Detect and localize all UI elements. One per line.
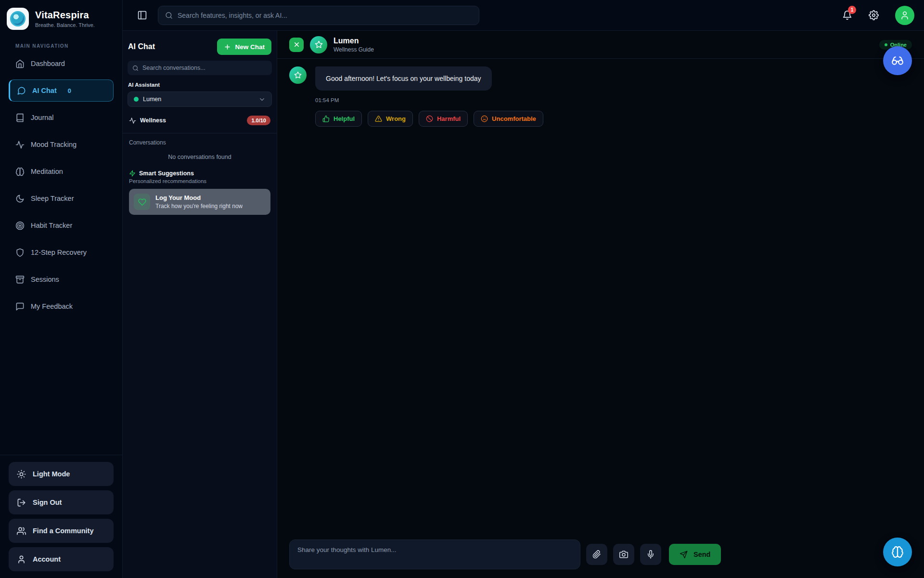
accessibility-widget-button[interactable] [883, 46, 912, 75]
sidebar-item-label: Mood Tracking [31, 141, 77, 148]
shield-icon [15, 248, 25, 257]
brain-icon [15, 167, 25, 176]
feedback-label: Uncomfortable [492, 115, 536, 122]
message-input[interactable] [289, 539, 580, 569]
find-community-button[interactable]: Find a Community [9, 519, 114, 543]
agent-avatar [310, 36, 327, 53]
account-button[interactable]: Account [9, 547, 114, 571]
assistant-status-dot [134, 97, 139, 102]
brand-name: VitaRespira [35, 10, 95, 21]
microphone-button[interactable] [640, 544, 661, 565]
send-label: Send [693, 551, 710, 558]
wellness-score-row: Wellness 1.0/10 [128, 115, 272, 133]
topbar: 1 [123, 0, 924, 31]
sidebar-item-journal[interactable]: Journal [9, 106, 114, 129]
smart-suggestions-title: Smart Suggestions [139, 170, 194, 177]
suggestion-card-subtitle: Track how you're feeling right now [155, 203, 243, 210]
feedback-uncomfortable-button[interactable]: Uncomfortable [474, 111, 543, 127]
wellness-assistant-float-button[interactable] [883, 538, 912, 566]
sun-icon [17, 470, 26, 479]
notifications-button[interactable]: 1 [842, 10, 852, 20]
feedback-label: Wrong [386, 115, 406, 122]
sidebar-item-label: Sleep Tracker [31, 195, 74, 202]
assistant-select[interactable]: Lumen [128, 92, 272, 107]
sign-out-label: Sign Out [33, 499, 62, 506]
message-bubble: Good afternoon! Let's focus on your well… [315, 66, 492, 91]
new-chat-button[interactable]: New Chat [217, 39, 271, 55]
sidebar-item-mood-tracking[interactable]: Mood Tracking [9, 133, 114, 156]
star-icon [315, 40, 323, 49]
send-button[interactable]: Send [669, 544, 721, 565]
nav-section-label: MAIN NAVIGATION [0, 37, 122, 53]
sidebar-item-label: Journal [31, 114, 54, 121]
account-label: Account [33, 555, 61, 563]
heart-icon [134, 194, 150, 210]
brand: VitaRespira Breathe. Balance. Thrive. [0, 6, 122, 37]
brain-icon [891, 546, 904, 558]
search-icon [132, 65, 139, 71]
camera-icon [619, 550, 628, 559]
moon-icon [15, 194, 25, 203]
star-icon [294, 71, 302, 79]
camera-button[interactable] [613, 544, 634, 565]
smart-suggestions-subtitle: Personalized recommendations [128, 177, 272, 189]
thumbs-up-icon [322, 115, 330, 122]
activity-icon [15, 140, 25, 149]
sidebar-item-habit-tracker[interactable]: Habit Tracker [9, 214, 114, 236]
sidebar-item-meditation[interactable]: Meditation [9, 160, 114, 183]
sidebar-item-my-feedback[interactable]: My Feedback [9, 295, 114, 317]
settings-button[interactable] [869, 10, 879, 20]
agent-role: Wellness Guide [334, 46, 374, 53]
sidebar-item-sleep-tracker[interactable]: Sleep Tracker [9, 187, 114, 210]
new-chat-label: New Chat [235, 43, 265, 51]
alert-triangle-icon [375, 115, 382, 122]
agent-name: Lumen [334, 37, 374, 45]
feedback-helpful-button[interactable]: Helpful [315, 111, 362, 127]
feedback-wrong-button[interactable]: Wrong [368, 111, 413, 127]
ai-chat-count-badge: 0 [68, 87, 71, 94]
light-mode-button[interactable]: Light Mode [9, 462, 114, 486]
user-icon [900, 11, 910, 20]
sidebar-item-ai-chat[interactable]: AI Chat 0 [9, 79, 114, 102]
paperclip-icon [592, 550, 601, 559]
assistant-message: Good afternoon! Let's focus on your well… [289, 66, 912, 91]
user-avatar[interactable] [895, 6, 914, 25]
send-icon [680, 551, 688, 559]
main-navigation: Dashboard AI Chat 0 Journal Mood Trackin… [0, 53, 122, 322]
sidebar-item-sessions[interactable]: Sessions [9, 268, 114, 290]
chat-panel-title: AI Chat [128, 42, 155, 51]
zap-icon [129, 170, 136, 177]
sidebar-item-12-step-recovery[interactable]: 12-Step Recovery [9, 241, 114, 263]
search-icon [165, 12, 173, 19]
archive-icon [15, 275, 25, 284]
feedback-label: Helpful [334, 115, 355, 122]
mic-icon [646, 550, 655, 559]
close-chat-button[interactable] [289, 38, 304, 52]
online-dot [885, 43, 887, 46]
feedback-harmful-button[interactable]: Harmful [419, 111, 468, 127]
log-your-mood-card[interactable]: Log Your Mood Track how you're feeling r… [129, 189, 270, 215]
panel-toggle-button[interactable] [135, 8, 149, 22]
sidebar-item-label: Dashboard [31, 60, 65, 67]
sidebar-footer: Light Mode Sign Out Find a Community Acc… [0, 455, 122, 571]
sidebar-item-label: Sessions [31, 276, 59, 283]
feedback-buttons: Helpful Wrong Harmful Uncomfortable [315, 111, 912, 127]
conversation-search [128, 61, 272, 75]
ai-assistant-label: AI Assistant [128, 82, 271, 88]
close-icon [293, 41, 300, 48]
sign-out-button[interactable]: Sign Out [9, 490, 114, 514]
conversation-search-input[interactable] [142, 65, 267, 71]
sidebar-item-dashboard[interactable]: Dashboard [9, 53, 114, 75]
attach-file-button[interactable] [586, 544, 607, 565]
user-icon [17, 555, 26, 564]
sidebar-item-label: AI Chat [32, 87, 57, 94]
glasses-icon [891, 54, 904, 67]
sidebar-item-label: 12-Step Recovery [31, 249, 87, 256]
plus-icon [224, 43, 231, 51]
global-search-input[interactable] [178, 12, 472, 19]
no-conversations-text: No conversations found [128, 153, 272, 170]
chat-list-panel: AI Chat New Chat AI Assistant Lumen Well… [123, 31, 277, 578]
sidebar-item-label: My Feedback [31, 302, 73, 310]
message-composer: Send [277, 539, 924, 578]
conversations-section-label: Conversations [128, 133, 272, 153]
